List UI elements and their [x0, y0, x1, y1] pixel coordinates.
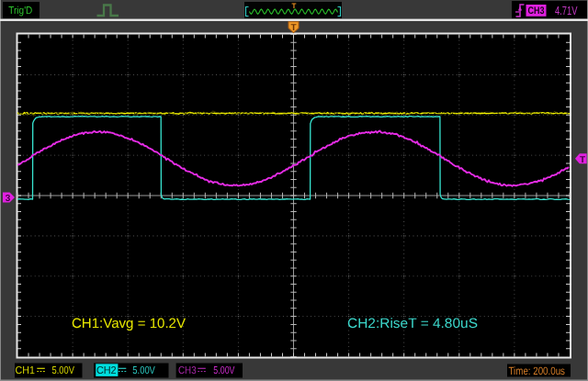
svg-text:5.00V: 5.00V — [52, 365, 75, 376]
svg-text:4.71V: 4.71V — [555, 4, 578, 17]
svg-text:5.00V: 5.00V — [132, 365, 155, 376]
svg-text:T: T — [292, 1, 297, 9]
svg-text:CH1:Vavg = 10.2V: CH1:Vavg = 10.2V — [72, 316, 186, 331]
svg-text:5.00V: 5.00V — [213, 365, 234, 376]
svg-text:T: T — [291, 23, 297, 33]
svg-text:T: T — [580, 155, 585, 165]
svg-text:CH2:RiseT = 4.80uS: CH2:RiseT = 4.80uS — [347, 316, 478, 331]
svg-text:CH1: CH1 — [16, 365, 35, 376]
svg-text:Time: 200.0us: Time: 200.0us — [509, 364, 566, 377]
svg-text:CH3: CH3 — [528, 6, 545, 17]
svg-text:CH3: CH3 — [178, 365, 197, 376]
svg-text:Trig'D: Trig'D — [8, 6, 32, 17]
svg-text:CH2: CH2 — [96, 365, 117, 376]
svg-text:3: 3 — [6, 194, 11, 204]
